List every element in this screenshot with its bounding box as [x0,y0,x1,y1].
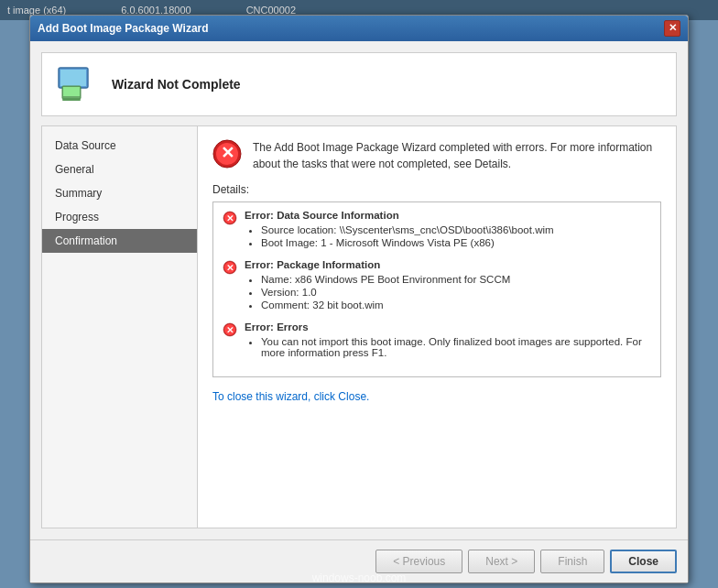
error-item: Source location: \\Syscenter\sms_cnc\OSD… [261,224,651,235]
sidebar-item-data-source[interactable]: Data Source [42,134,197,158]
error-icon-small-3: ✕ [223,322,237,337]
finish-button[interactable]: Finish [540,550,604,573]
svg-text:✕: ✕ [226,263,234,273]
error-section-2: ✕ Error: Package Information Name: x86 W… [223,259,651,312]
title-bar: Add Boot Image Package Wizard ✕ [30,16,688,41]
error-title-3: Error: Errors [245,321,651,332]
error-item: You can not import this boot image. Only… [261,336,651,358]
sidebar: Data Source General Summary Progress Con… [42,126,198,528]
svg-text:✕: ✕ [226,325,234,335]
close-hint: To close this wizard, click Close. [212,390,661,403]
svg-rect-1 [60,70,86,86]
svg-rect-6 [62,99,81,101]
wizard-header-title: Wizard Not Complete [112,77,241,92]
close-button[interactable]: Close [610,550,677,573]
error-section-3: ✕ Error: Errors You can not import this … [223,321,651,360]
error-content-3: Error: Errors You can not import this bo… [245,321,651,360]
sidebar-item-confirmation[interactable]: Confirmation [42,229,197,253]
window-body: Wizard Not Complete Data Source General … [30,41,688,539]
error-item: Boot Image: 1 - Microsoft Windows Vista … [261,237,651,248]
wizard-header-icon [55,62,99,106]
error-item: Comment: 32 bit boot.wim [261,299,651,310]
details-label: Details: [212,183,661,196]
error-title-1: Error: Data Source Information [245,210,651,221]
wizard-header: Wizard Not Complete [41,52,677,116]
svg-text:✕: ✕ [221,144,234,162]
error-icon-large: ✕ [212,139,242,169]
previous-button[interactable]: < Previous [375,550,462,573]
window-title: Add Boot Image Package Wizard [38,22,209,35]
error-icon-small-1: ✕ [223,211,237,225]
error-title-2: Error: Package Information [245,259,651,270]
error-list-1: Source location: \\Syscenter\sms_cnc\OSD… [261,224,651,248]
error-list-2: Name: x86 Windows PE Boot Environment fo… [261,274,651,310]
error-icon-small-2: ✕ [223,260,237,275]
error-section-1: ✕ Error: Data Source Information Source … [223,210,651,250]
window-close-button[interactable]: ✕ [664,20,680,37]
svg-text:✕: ✕ [226,213,234,223]
next-button[interactable]: Next > [468,550,535,573]
error-content-2: Error: Package Information Name: x86 Win… [245,259,651,312]
error-message: The Add Boot Image Package Wizard comple… [253,139,661,172]
error-list-3: You can not import this boot image. Only… [261,336,651,358]
watermark: windows-noob.com [0,572,718,584]
sidebar-item-progress[interactable]: Progress [42,205,197,229]
svg-rect-5 [63,87,80,96]
error-header: ✕ The Add Boot Image Package Wizard comp… [212,139,661,172]
wizard-window: Add Boot Image Package Wizard ✕ Wizard N… [29,15,689,583]
details-box: ✕ Error: Data Source Information Source … [212,201,661,377]
error-item: Version: 1.0 [261,287,651,298]
error-item: Name: x86 Windows PE Boot Environment fo… [261,274,651,285]
sidebar-item-general[interactable]: General [42,158,197,181]
sidebar-item-summary[interactable]: Summary [42,181,197,205]
main-area: Data Source General Summary Progress Con… [41,125,677,528]
error-content-1: Error: Data Source Information Source lo… [245,210,651,250]
content-panel: ✕ The Add Boot Image Package Wizard comp… [198,126,676,528]
